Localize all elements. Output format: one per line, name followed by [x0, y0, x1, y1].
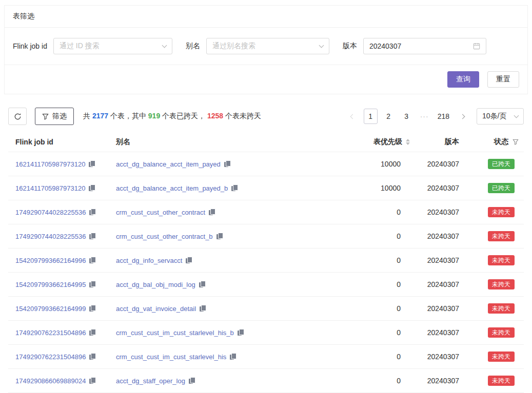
table-row: 1749290744028225536 crm_cust_cust_other_…	[8, 224, 524, 249]
column-header-job-id: Flink job id	[8, 132, 109, 152]
alias-select[interactable]: 通过别名搜索	[206, 38, 329, 54]
copy-icon[interactable]	[89, 377, 96, 384]
table-row: 1542097993662164996 acct_dg_info_servacc…	[8, 249, 524, 273]
copy-icon[interactable]	[89, 184, 95, 192]
job-id-link[interactable]: 1749290744028225536	[15, 233, 86, 240]
field-flink-job-id: Flink job id 通过 ID 搜索	[13, 38, 172, 54]
copy-icon[interactable]	[209, 209, 215, 216]
job-id-link[interactable]: 1542097993662164996	[15, 257, 86, 264]
page-ellipsis[interactable]: ···	[418, 109, 431, 124]
copy-icon[interactable]	[186, 257, 192, 264]
copy-icon[interactable]	[89, 209, 96, 216]
alias-label: 别名	[186, 42, 200, 51]
copy-icon[interactable]	[89, 329, 96, 336]
copy-icon[interactable]	[199, 281, 206, 288]
chevron-down-icon	[319, 43, 324, 48]
job-id-link[interactable]: 1749290762231504896	[15, 353, 86, 361]
copy-icon[interactable]	[230, 353, 237, 360]
version-cell: 20240307	[417, 152, 466, 176]
version-cell: 20240307	[417, 200, 466, 224]
page-size-value: 10条/页	[482, 112, 506, 121]
filter-actions-row: 查询 重置	[5, 65, 527, 94]
summary-part: 个表，其中	[108, 112, 148, 120]
uncrossed-count: 1258	[207, 112, 223, 120]
copy-icon[interactable]	[189, 377, 195, 384]
job-id-link[interactable]: 1542097993662164995	[15, 281, 86, 288]
status-badge: 未跨天	[488, 207, 515, 217]
chevron-down-icon	[162, 43, 167, 48]
version-cell: 20240307	[417, 297, 466, 321]
copy-icon[interactable]	[231, 184, 238, 192]
copy-icon[interactable]	[89, 305, 96, 312]
page-size-select[interactable]: 10条/页	[477, 108, 524, 125]
version-label: 版本	[343, 42, 357, 51]
copy-icon[interactable]	[216, 233, 223, 240]
job-id-link[interactable]: 1542097993662164999	[15, 305, 86, 313]
table-row: 1749290762231504896 crm_cust_cust_im_cus…	[8, 345, 524, 369]
flink-job-id-label: Flink job id	[13, 42, 47, 50]
alias-link[interactable]: acct_dg_balance_acct_item_payed	[116, 160, 221, 168]
table-row: 1621411705987973120 acct_dg_balance_acct…	[8, 176, 524, 200]
copy-icon[interactable]	[89, 353, 96, 360]
column-header-version: 版本	[417, 132, 466, 152]
status-badge: 未跨天	[488, 279, 515, 289]
crossed-count: 919	[148, 112, 160, 120]
next-page-button[interactable]	[456, 109, 469, 124]
flink-job-id-select[interactable]: 通过 ID 搜索	[53, 38, 172, 54]
priority-cell: 10000	[353, 176, 417, 200]
page-button-last[interactable]: 218	[436, 109, 451, 124]
alias-link[interactable]: crm_cust_cust_other_contract	[116, 209, 205, 216]
page-button-2[interactable]: 2	[382, 109, 396, 124]
chevron-down-icon	[514, 113, 519, 118]
copy-icon[interactable]	[238, 329, 244, 336]
copy-icon[interactable]	[89, 281, 96, 288]
copy-icon[interactable]	[200, 305, 206, 312]
page-button-3[interactable]: 3	[400, 109, 413, 124]
job-id-link[interactable]: 1621411705987973120	[15, 184, 85, 192]
alias-link[interactable]: acct_dg_vat_invoice_detail	[116, 305, 196, 313]
job-id-link[interactable]: 1749290866069889024	[15, 377, 86, 385]
job-id-link[interactable]: 1621411705987973120	[15, 160, 85, 168]
alias-link[interactable]: crm_cust_cust_im_cust_starlevel_his_b	[116, 329, 234, 337]
field-alias: 别名 通过别名搜索	[186, 38, 329, 54]
alias-link[interactable]: acct_dg_info_servacct	[116, 257, 182, 264]
summary-text: 共 2177 个表，其中 919 个表已跨天， 1258 个表未跨天	[83, 112, 261, 121]
version-date-input[interactable]: 20240307	[363, 38, 486, 54]
copy-icon[interactable]	[89, 160, 95, 168]
reset-button[interactable]: 重置	[487, 71, 519, 88]
summary-part: 共	[83, 112, 92, 120]
job-id-link[interactable]: 1749290762231504896	[15, 329, 86, 337]
alias-link[interactable]: acct_dg_balance_acct_item_payed_b	[116, 184, 228, 192]
alias-link[interactable]: acct_dg_bal_obj_modi_log	[116, 281, 195, 288]
version-cell: 20240307	[417, 345, 466, 369]
chevron-right-icon	[460, 114, 465, 119]
table-row: 1542097993662164999 acct_dg_vat_invoice_…	[8, 297, 524, 321]
total-count: 2177	[92, 112, 108, 120]
table-row: 1621411705987973120 acct_dg_balance_acct…	[8, 152, 524, 176]
column-filter-icon[interactable]	[513, 139, 519, 145]
table-row: 1749290744028225536 crm_cust_cust_other_…	[8, 200, 524, 224]
column-header-priority: 表优先级	[353, 132, 417, 152]
copy-icon[interactable]	[89, 257, 96, 264]
page-button-1[interactable]: 1	[364, 109, 378, 124]
page: 表筛选 Flink job id 通过 ID 搜索 别名 通过别名搜索 版本	[0, 0, 532, 393]
summary-part: 个表已跨天，	[160, 112, 207, 120]
priority-cell: 0	[353, 273, 417, 297]
search-button[interactable]: 查询	[447, 71, 479, 88]
alias-link[interactable]: crm_cust_cust_im_cust_starlevel_his	[116, 353, 226, 361]
filter-icon	[42, 113, 49, 120]
refresh-icon	[14, 113, 22, 120]
status-header-label: 状态	[494, 137, 508, 147]
copy-icon[interactable]	[224, 160, 231, 168]
alias-link[interactable]: crm_cust_cust_other_contract_b	[116, 233, 213, 240]
prev-page-button[interactable]	[346, 109, 360, 124]
job-id-link[interactable]: 1749290744028225536	[15, 209, 86, 216]
status-badge: 未跨天	[488, 327, 515, 338]
alias-link[interactable]: acct_dg_staff_oper_log	[116, 377, 185, 385]
sort-icon[interactable]	[406, 139, 410, 145]
refresh-button[interactable]	[8, 108, 27, 125]
toolbar: 筛选 共 2177 个表，其中 919 个表已跨天， 1258 个表未跨天 1 …	[8, 108, 524, 125]
version-cell: 20240307	[417, 369, 466, 393]
filter-toggle-button[interactable]: 筛选	[35, 108, 74, 125]
copy-icon[interactable]	[89, 233, 96, 240]
